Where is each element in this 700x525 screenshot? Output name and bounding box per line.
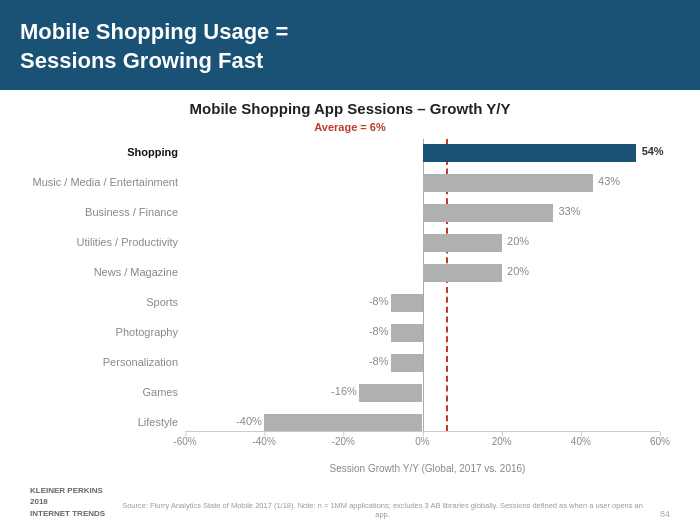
x-tick: 0% — [415, 436, 429, 447]
x-tick: 40% — [571, 436, 591, 447]
x-tick: -60% — [173, 436, 196, 447]
bar-value: -16% — [331, 385, 357, 397]
bar-row: Utilities / Productivity20% — [185, 229, 660, 255]
bar-segment — [423, 204, 554, 222]
bar-row: Personalization-8% — [185, 349, 660, 375]
bar-segment — [423, 234, 502, 252]
bar-label: News / Magazine — [30, 266, 178, 278]
bar-row: News / Magazine20% — [185, 259, 660, 285]
footer-logo: KLEINER PERKINS 2018 INTERNET TRENDS — [30, 485, 105, 519]
x-tick: -40% — [252, 436, 275, 447]
x-tick: 60% — [650, 436, 670, 447]
bar-value: -8% — [369, 355, 389, 367]
bar-label: Lifestyle — [30, 416, 178, 428]
bar-value: 33% — [559, 205, 581, 217]
bar-segment — [264, 414, 422, 432]
header: Mobile Shopping Usage = Sessions Growing… — [0, 0, 700, 90]
x-tick: -20% — [332, 436, 355, 447]
bar-value: 20% — [507, 235, 529, 247]
bar-segment — [391, 324, 423, 342]
bars-wrapper: Shopping54%Music / Media / Entertainment… — [185, 139, 660, 431]
bar-value: -40% — [236, 415, 262, 427]
x-axis: -60%-40%-20%0%20%40%60% — [185, 431, 660, 461]
bar-segment — [423, 264, 502, 282]
bar-segment — [391, 354, 423, 372]
bar-segment — [391, 294, 423, 312]
bar-value: 54% — [642, 145, 664, 157]
bar-row: Games-16% — [185, 379, 660, 405]
chart-area: Average = 6% Shopping54%Music / Media / … — [30, 121, 670, 461]
header-title: Mobile Shopping Usage = Sessions Growing… — [20, 18, 680, 75]
x-tick: 20% — [492, 436, 512, 447]
bar-value: 20% — [507, 265, 529, 277]
bar-row: Business / Finance33% — [185, 199, 660, 225]
bar-row: Sports-8% — [185, 289, 660, 315]
content: Mobile Shopping App Sessions – Growth Y/… — [0, 90, 700, 479]
bar-label: Shopping — [30, 146, 178, 158]
bar-row: Photography-8% — [185, 319, 660, 345]
bar-label: Business / Finance — [30, 206, 178, 218]
bar-label: Personalization — [30, 356, 178, 368]
bar-label: Games — [30, 386, 178, 398]
bar-label: Photography — [30, 326, 178, 338]
footer-source: Source: Flurry Analytics State of Mobile… — [115, 501, 650, 519]
footer-page: 84 — [660, 509, 670, 519]
bar-label: Utilities / Productivity — [30, 236, 178, 248]
footer: KLEINER PERKINS 2018 INTERNET TRENDS Sou… — [0, 483, 700, 521]
bar-row: Music / Media / Entertainment43% — [185, 169, 660, 195]
x-axis-label: Session Growth Y/Y (Global, 2017 vs. 201… — [185, 463, 670, 474]
bar-label: Music / Media / Entertainment — [30, 176, 178, 188]
avg-label: Average = 6% — [30, 121, 670, 133]
bar-row: Shopping54% — [185, 139, 660, 165]
bar-segment — [359, 384, 422, 402]
bar-segment — [423, 174, 593, 192]
bar-value: 43% — [598, 175, 620, 187]
chart-title: Mobile Shopping App Sessions – Growth Y/… — [30, 100, 670, 117]
bar-value: -8% — [369, 325, 389, 337]
bar-label: Sports — [30, 296, 178, 308]
bar-segment — [423, 144, 637, 162]
slide: Mobile Shopping Usage = Sessions Growing… — [0, 0, 700, 521]
bar-value: -8% — [369, 295, 389, 307]
